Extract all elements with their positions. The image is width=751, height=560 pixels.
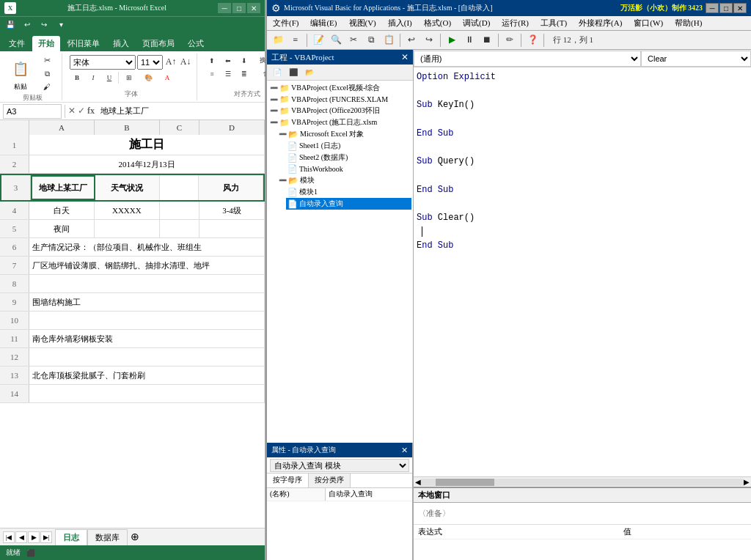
cell-c3[interactable] (160, 175, 199, 200)
sheet-scroll-last[interactable]: ▶| (40, 531, 52, 543)
cell-a3[interactable]: 地球上某工厂 (31, 175, 95, 200)
list-item[interactable]: ➖ 📂 Microsoft Excel 对象 (277, 128, 411, 140)
cell-d5[interactable] (199, 220, 265, 237)
cell-a2[interactable]: 2014年12月13日 (29, 155, 265, 173)
cell-a8[interactable] (29, 275, 265, 292)
tab-classic[interactable]: 怀旧菜单 (62, 36, 106, 51)
col-header-d[interactable]: D (199, 120, 265, 135)
paste-button[interactable]: 📋 (7, 56, 34, 82)
align-bottom-button[interactable]: ⬇ (237, 55, 252, 67)
project-toggle-folders-button[interactable]: 📂 (302, 66, 317, 79)
cell-a6[interactable]: 生产情况记录：（部位项目、机械作业、班组生 (29, 238, 265, 256)
cell-c5[interactable] (160, 220, 199, 237)
menu-format[interactable]: 格式(O) (418, 16, 457, 30)
col-header-b[interactable]: B (95, 120, 160, 135)
font-size-dropdown[interactable]: 11 (137, 55, 163, 70)
cell-a13[interactable]: 北仓库顶板梁批腻子、门套粉刷 (29, 366, 265, 384)
vba-find-button[interactable]: 🔍 (328, 32, 344, 48)
sheet-scroll-next[interactable]: ▶ (28, 531, 40, 543)
menu-window[interactable]: 窗口(W) (628, 16, 669, 30)
list-item[interactable]: 📄 ThisWorkbook (286, 163, 411, 174)
restore-button[interactable]: □ (232, 3, 246, 13)
properties-close-button[interactable]: ✕ (401, 446, 408, 455)
vba-break-button[interactable]: ⏸ (461, 32, 477, 48)
confirm-formula-icon[interactable]: ✓ (78, 106, 85, 117)
list-item[interactable]: 📄 自动录入查询 (286, 198, 411, 210)
vba-design-mode-button[interactable]: ✏ (502, 32, 518, 48)
scrollbar-thumb[interactable] (436, 479, 494, 486)
copy-button[interactable]: ⧉ (37, 68, 57, 80)
tab-alphabetical[interactable]: 按字母序 (267, 474, 309, 487)
object-dropdown[interactable]: (通用) (414, 51, 641, 67)
menu-run[interactable]: 运行(R) (496, 16, 535, 30)
border-button[interactable]: ⊞ (120, 71, 138, 84)
save-qat-button[interactable]: 💾 (3, 18, 18, 32)
align-top-button[interactable]: ⬆ (205, 55, 219, 67)
property-value[interactable]: 自动录入查询 (326, 488, 412, 501)
tab-file[interactable]: 文件 (3, 36, 31, 51)
font-grow-button[interactable]: A↑ (164, 56, 177, 69)
font-name-dropdown[interactable]: 宋体 (70, 55, 136, 70)
col-header-c[interactable]: C (160, 120, 199, 135)
menu-file[interactable]: 文件(F) (267, 16, 304, 30)
module-select[interactable]: 自动录入查询 模块 (270, 459, 409, 472)
undo-qat-button[interactable]: ↩ (20, 18, 34, 32)
menu-tools[interactable]: 工具(T) (535, 16, 573, 30)
format-painter-button[interactable]: 🖌 (37, 81, 57, 93)
cell-a12[interactable] (29, 348, 265, 366)
cell-b4[interactable]: XXXXX (95, 202, 160, 219)
list-item[interactable]: ➖ 📂 模块 (277, 174, 411, 186)
qat-customize-button[interactable]: ▾ (54, 18, 68, 32)
sheet-tab-database[interactable]: 数据库 (87, 529, 128, 545)
font-color-button[interactable]: A (158, 71, 176, 84)
fill-color-button[interactable]: 🎨 (139, 71, 157, 84)
underline-button[interactable]: U (102, 71, 117, 84)
align-middle-button[interactable]: ⬅ (221, 55, 235, 67)
list-item[interactable]: 📄 Sheet1 (日志) (286, 140, 411, 152)
code-editor[interactable]: Option Explicit Sub KeyIn() End Sub Sub … (414, 67, 751, 476)
sheet-scroll-prev[interactable]: ◀ (15, 531, 27, 543)
redo-qat-button[interactable]: ↪ (37, 18, 51, 32)
vba-reset-button[interactable]: ⏹ (479, 32, 495, 48)
sheet-scroll-first[interactable]: |◀ (3, 531, 15, 543)
vba-undo-button[interactable]: ↩ (403, 32, 420, 48)
cell-a7[interactable]: 厂区地坪铺设薄膜、钢筋绑扎、抽排水清理、地坪 (29, 257, 265, 274)
align-right-button[interactable]: ≣ (237, 68, 252, 80)
cell-a5[interactable]: 夜间 (29, 220, 95, 237)
menu-addins[interactable]: 外接程序(A) (573, 16, 628, 30)
name-box[interactable] (3, 104, 62, 119)
vba-copy-button[interactable]: ⧉ (363, 32, 379, 48)
scroll-right-button[interactable]: ▶ (744, 478, 750, 486)
cell-b3[interactable]: 天气状况 (95, 175, 160, 200)
italic-button[interactable]: I (86, 71, 100, 84)
vba-insert-module-button[interactable]: 📝 (310, 32, 326, 48)
tab-home[interactable]: 开始 (32, 36, 60, 51)
font-shrink-button[interactable]: A↓ (179, 56, 192, 69)
project-panel-close-button[interactable]: ✕ (401, 52, 409, 63)
cell-d4[interactable]: 3-4级 (199, 202, 265, 219)
tab-categorized[interactable]: 按分类序 (309, 474, 351, 487)
cell-d3[interactable]: 风力 (199, 175, 263, 200)
align-left-button[interactable]: ≡ (205, 68, 219, 80)
vba-run-button[interactable]: ▶ (444, 32, 460, 48)
vba-close-button[interactable]: ✕ (733, 3, 747, 13)
vba-help-button[interactable]: ❓ (524, 32, 541, 48)
insert-function-icon[interactable]: fx (87, 106, 95, 117)
list-item[interactable]: ➖ 📁 VBAProject (Office2003怀旧 (268, 105, 411, 117)
list-item[interactable]: ➖ 📁 VBAProject (施工日志.xlsm (268, 117, 411, 128)
cell-a1[interactable]: 施工日 (29, 135, 265, 155)
menu-insert[interactable]: 插入(I) (382, 16, 418, 30)
cancel-formula-icon[interactable]: ✕ (68, 106, 76, 117)
vba-redo-button[interactable]: ↪ (421, 32, 437, 48)
cell-a14[interactable] (29, 385, 265, 402)
close-button[interactable]: ✕ (247, 3, 260, 13)
vba-restore-button[interactable]: □ (719, 3, 733, 13)
tab-formula[interactable]: 公式 (182, 36, 210, 51)
vba-cut-button[interactable]: ✂ (345, 32, 362, 48)
list-item[interactable]: ➖ 📁 VBAProject (Excel视频-综合 (268, 82, 411, 94)
vba-minimize-button[interactable]: ─ (706, 3, 719, 13)
menu-view[interactable]: 视图(V) (343, 16, 382, 30)
menu-help[interactable]: 帮助(H) (669, 16, 708, 30)
cell-c4[interactable] (160, 202, 199, 219)
cell-b5[interactable] (95, 220, 160, 237)
